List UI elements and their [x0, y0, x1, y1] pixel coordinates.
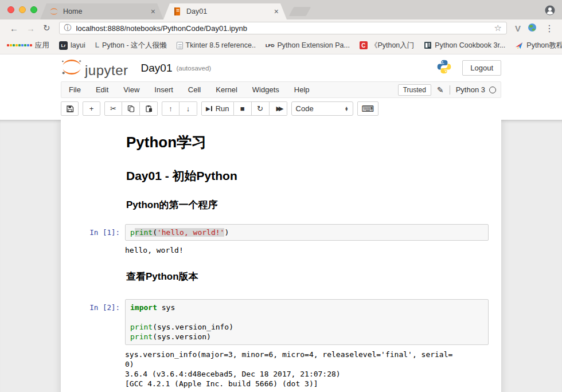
markdown-cell-h2[interactable]: Day01 - 初始Python — [61, 168, 501, 184]
markdown-cell-h1[interactable]: Python学习 — [61, 132, 501, 152]
code-cell-1[interactable]: In [1]: print('hello, world!') hello, wo… — [61, 224, 501, 260]
paste-cell-button[interactable] — [140, 101, 158, 116]
tab-home-close-icon[interactable]: × — [150, 7, 157, 16]
zoom-window-button[interactable] — [30, 6, 37, 13]
code-token: ) — [224, 228, 229, 237]
tab-home-label: Home — [63, 7, 150, 15]
bookmark-tkinter[interactable]: Tkinter 8.5 reference.. — [177, 41, 256, 49]
notebook-title[interactable]: Day01 — [141, 62, 173, 75]
input-prompt-1: In [1]: — [61, 224, 125, 260]
cell-type-value: Code — [296, 104, 314, 113]
bookmark-label: 《Python入门 — [370, 41, 414, 50]
notebook-scroll-area[interactable]: Python学习 Day01 - 初始Python Python的第一个程序 I… — [0, 120, 562, 392]
run-cell-button[interactable]: ▶Run — [201, 101, 234, 116]
markdown-cell-h3-version[interactable]: 查看Python版本 — [61, 270, 501, 283]
letter-l-icon: L — [95, 41, 99, 49]
back-icon[interactable]: ← — [6, 23, 22, 33]
bookmark-python-tutorial[interactable]: Python教程 — [515, 41, 562, 50]
code-token: sys — [157, 303, 175, 312]
extension-v-icon[interactable]: V — [512, 23, 524, 33]
restart-kernel-button[interactable]: ↻ — [252, 101, 270, 116]
code-cell-2[interactable]: In [2]: import sys print(sys.version_inf… — [61, 299, 501, 392]
jupyter-logo[interactable]: jupyter — [61, 59, 128, 77]
bookmark-apps[interactable]: 应用 — [7, 41, 49, 50]
menu-bar: File Edit View Insert Cell Kernel Widget… — [61, 81, 501, 98]
output-text: 0) — [125, 359, 489, 369]
restart-run-all-button[interactable]: ▶▶ — [270, 101, 287, 116]
minimize-window-button[interactable] — [19, 6, 26, 13]
cell-type-select[interactable]: Code ▲▼ — [291, 101, 353, 116]
jupyter-logo-icon — [61, 59, 83, 77]
new-tab-button[interactable] — [289, 7, 311, 16]
menu-widgets[interactable]: Widgets — [245, 85, 287, 94]
page-info-icon[interactable]: ⓘ — [64, 23, 72, 33]
profile-avatar-icon[interactable] — [545, 5, 555, 15]
bookmark-python-intro[interactable]: C 《Python入门 — [360, 41, 414, 50]
output-text: sys.version_info(major=3, minor=6, micro… — [125, 350, 489, 359]
bookmark-label: Tkinter 8.5 reference.. — [186, 41, 256, 49]
markdown-cell-h3-first[interactable]: Python的第一个程序 — [61, 198, 501, 211]
menu-bar-wrap: File Edit View Insert Cell Kernel Widget… — [0, 81, 562, 98]
command-palette-button[interactable]: ⌨ — [357, 101, 379, 116]
code-token: (sys.version_info) — [153, 323, 233, 331]
text-selection: rint('hello, world!' — [135, 228, 225, 237]
menu-edit[interactable]: Edit — [88, 85, 116, 94]
move-cell-down-button[interactable]: ↓ — [179, 101, 197, 116]
browser-menu-icon[interactable]: ⋮ — [540, 23, 556, 34]
reload-icon[interactable]: ↻ — [39, 23, 54, 33]
bookmark-star-icon[interactable]: ☆ — [494, 23, 502, 33]
tab-day01-close-icon[interactable]: × — [273, 7, 280, 16]
code-token: ( — [153, 228, 157, 237]
trusted-button[interactable]: Trusted — [398, 84, 431, 96]
extension-globe-icon[interactable] — [524, 23, 540, 34]
cut-cell-button[interactable]: ✂ — [104, 101, 122, 116]
browser-window: Home × Day01 × ← → ↻ ⓘ localhost:8888/no… — [0, 0, 562, 392]
kernel-idle-icon — [489, 87, 496, 93]
address-bar[interactable]: ⓘ localhost:8888/notebooks/PythonCode/Da… — [59, 22, 507, 34]
step-forward-bar — [211, 106, 212, 111]
python-logo-icon — [436, 59, 452, 77]
bookmark-label: Python - 这个人很懒 — [102, 41, 167, 50]
divider — [450, 85, 450, 95]
bookmark-layui[interactable]: Lr layui — [59, 41, 85, 50]
bookmark-label: 应用 — [35, 41, 49, 50]
close-window-button[interactable] — [7, 6, 14, 13]
bookmark-python-extension[interactable]: LFD Python Extension Pa... — [266, 41, 350, 49]
output-2: sys.version_info(major=3, minor=6, micro… — [125, 345, 489, 392]
run-label: Run — [216, 104, 229, 113]
autosave-status: (autosaved) — [176, 65, 211, 72]
edit-pencil-icon[interactable]: ✎ — [437, 85, 444, 95]
add-cell-button[interactable]: + — [83, 101, 100, 116]
output-1: hello, world! — [125, 241, 489, 260]
lfd-icon: LFD — [266, 43, 275, 48]
save-button[interactable] — [61, 101, 79, 116]
code-input-1[interactable]: print('hello, world!') — [125, 224, 489, 241]
copy-cell-button[interactable] — [122, 101, 140, 116]
interrupt-kernel-button[interactable]: ■ — [234, 101, 252, 116]
step-forward-icon: ▶ — [206, 105, 210, 112]
code-input-2[interactable]: import sys print(sys.version_info) print… — [125, 299, 489, 345]
menu-cell[interactable]: Cell — [181, 85, 208, 94]
code-token: (sys.version) — [153, 332, 211, 341]
menu-view[interactable]: View — [116, 85, 147, 94]
menu-file[interactable]: File — [61, 85, 88, 94]
heading-day01: Day01 - 初始Python — [126, 168, 489, 184]
code-token: print — [130, 323, 153, 331]
move-cell-up-button[interactable]: ↑ — [162, 101, 179, 116]
notebook-toolbar: + ✂ ↑ ↓ ▶Run ■ ↻ ▶▶ Code — [61, 101, 501, 116]
code-token: p — [130, 228, 135, 237]
code-blank-line — [130, 312, 483, 322]
menu-kernel[interactable]: Kernel — [208, 85, 245, 94]
tab-day01-label: Day01 — [186, 7, 273, 15]
url-text[interactable]: localhost:8888/notebooks/PythonCode/Day0… — [76, 24, 494, 33]
menu-help[interactable]: Help — [287, 85, 317, 94]
tab-home[interactable]: Home × — [40, 3, 163, 19]
bookmark-cookbook[interactable]: Python Cookbook 3r... — [424, 41, 505, 49]
bookmark-python-blog[interactable]: L Python - 这个人很懒 — [95, 41, 167, 50]
jupyter-brand-text: jupyter — [85, 64, 128, 77]
forward-icon[interactable]: → — [22, 23, 39, 33]
heading-check-version: 查看Python版本 — [126, 270, 489, 283]
menu-insert[interactable]: Insert — [147, 85, 181, 94]
logout-button[interactable]: Logout — [462, 60, 501, 76]
tab-day01[interactable]: Day01 × — [163, 3, 287, 19]
